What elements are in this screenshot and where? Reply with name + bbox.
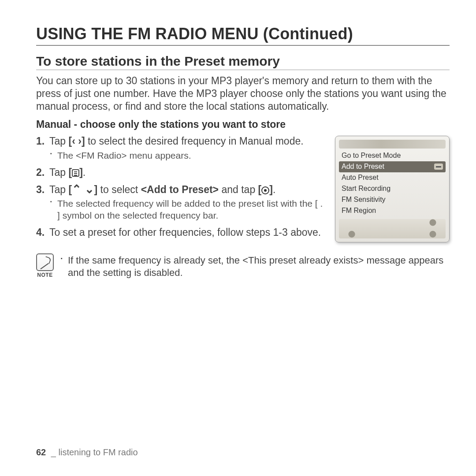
note-text: If the same frequency is already set, th… <box>60 254 450 279</box>
step-3: 3. Tap [⌃ ⌄] to select <Add to Preset> a… <box>36 183 325 222</box>
left-arrow-icon: ‹ <box>72 135 75 147</box>
intro-paragraph: You can store up to 30 stations in your … <box>36 74 450 112</box>
device-menu-item: FM Region <box>339 205 446 216</box>
device-menu-item: FM Sensitivity <box>339 194 446 205</box>
page-title: USING THE FM RADIO MENU (Continued) <box>36 25 450 46</box>
device-menu-item-selected: Add to Preset <box>339 161 446 172</box>
device-footer-graphic <box>339 219 446 238</box>
preset-add-icon <box>434 164 443 170</box>
steps-list: 1. Tap [‹ ›] to select the desired frequ… <box>36 135 325 239</box>
method-title: Manual - choose only the stations you wa… <box>36 119 450 130</box>
step-1-sub: The <FM Radio> menu appears. <box>49 150 325 162</box>
select-icon <box>261 186 269 194</box>
note-block: NOTE If the same frequency is already se… <box>36 253 450 279</box>
step-2: 2. Tap []. <box>36 166 325 179</box>
device-menu-item: Go to Preset Mode <box>339 150 446 161</box>
device-menu-item: Start Recording <box>339 183 446 194</box>
right-arrow-icon: › <box>78 135 82 147</box>
device-header-graphic <box>339 140 446 149</box>
page-footer: 62 _ listening to FM radio <box>36 447 138 457</box>
step-1: 1. Tap [‹ ›] to select the desired frequ… <box>36 135 325 161</box>
menu-icon <box>72 169 79 177</box>
device-screenshot: Go to Preset Mode Add to Preset Auto Pre… <box>335 136 450 242</box>
step-4: 4. To set a preset for other frequencies… <box>36 226 325 239</box>
device-menu-list: Go to Preset Mode Add to Preset Auto Pre… <box>339 150 446 216</box>
device-menu-item: Auto Preset <box>339 172 446 183</box>
chapter-name: listening to FM radio <box>59 447 138 457</box>
note-icon <box>36 253 54 271</box>
page-number: 62 <box>36 447 46 457</box>
note-label: NOTE <box>36 272 54 278</box>
section-title: To store stations in the Preset memory <box>36 54 450 70</box>
up-arrow-icon: ⌃ <box>72 182 82 196</box>
down-arrow-icon: ⌄ <box>85 182 94 196</box>
step-3-sub: The selected frequency will be added to … <box>49 198 325 222</box>
